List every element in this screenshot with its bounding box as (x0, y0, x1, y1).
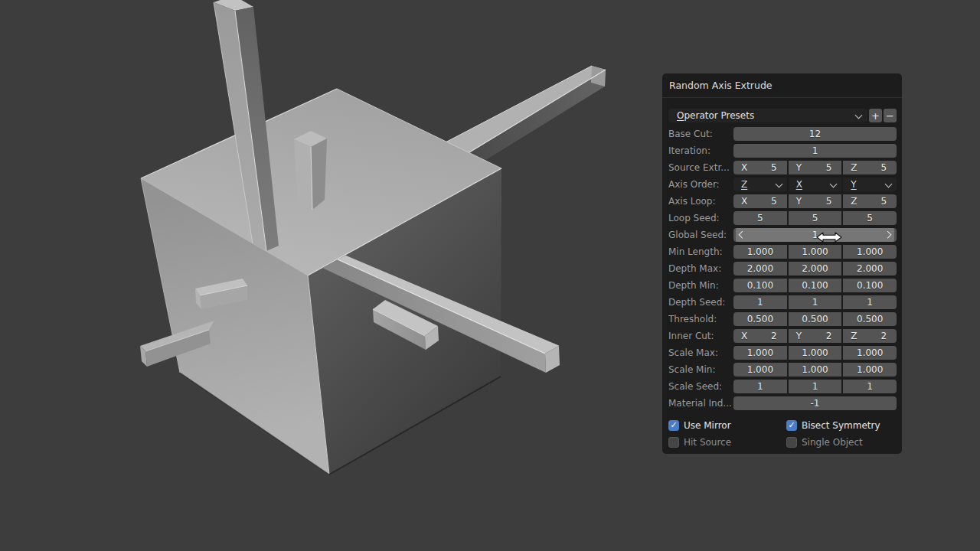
axis_order-dropdown-1[interactable]: X (789, 178, 842, 191)
dropdown-value: Y (851, 179, 856, 190)
param-row-iteration: Iteration:1 (668, 142, 897, 159)
param-row-depth_seed: Depth Seed:111 (668, 294, 897, 311)
remove-preset-button[interactable]: − (884, 109, 897, 122)
min_length-field-1[interactable]: 1.000 (789, 245, 842, 259)
scale_max-field-0[interactable]: 1.000 (733, 346, 787, 360)
checkbox-use_mirror[interactable]: ✓Use Mirror (668, 420, 786, 431)
single_object-checkbox[interactable] (786, 437, 797, 448)
param-row-depth_min: Depth Min:0.1000.1000.100 (668, 277, 897, 294)
param-row-scale_seed: Scale Seed:111 (668, 378, 897, 395)
param-row-source_extrude: Source Extr...X5Y5Z5 (668, 159, 897, 176)
hit_source-checkbox[interactable] (668, 437, 679, 448)
base_cut-field[interactable]: 12 (733, 127, 897, 141)
axis-value: 2 (880, 331, 887, 341)
param-label: Loop Seed: (668, 213, 733, 223)
depth_max-field-2[interactable]: 2.000 (843, 262, 897, 276)
axis-value: 5 (826, 196, 832, 207)
scale_seed-field-1[interactable]: 1 (789, 380, 842, 393)
axis-letter: Z (851, 331, 857, 341)
depth_min-field-0[interactable]: 0.100 (733, 279, 787, 292)
chevron-down-icon (855, 111, 863, 119)
param-row-threshold: Threshold:0.5000.5000.500 (668, 311, 897, 328)
depth_max-field-0[interactable]: 2.000 (733, 262, 787, 276)
min_length-field-0[interactable]: 1.000 (733, 245, 787, 259)
check-icon: ✓ (788, 421, 795, 429)
global_seed-slider[interactable]: 1 (733, 228, 897, 242)
axis-value: 2 (826, 331, 832, 341)
scale_min-field-2[interactable]: 1.000 (843, 363, 897, 377)
scale_min-field-0[interactable]: 1.000 (733, 363, 787, 377)
checkbox-hit_source[interactable]: Hit Source (668, 437, 786, 448)
loop_seed-field-2[interactable]: 5 (843, 211, 897, 225)
checkbox-label: Hit Source (684, 437, 731, 448)
loop_seed-field-1[interactable]: 5 (789, 211, 842, 225)
checkbox-label: Single Object (802, 437, 863, 448)
axis-value: 5 (771, 162, 777, 173)
axis_loop-z-field[interactable]: Z5 (843, 194, 897, 208)
axis_order-dropdown-0[interactable]: Z (733, 178, 787, 191)
checkbox-single_object[interactable]: Single Object (786, 437, 897, 448)
depth_seed-field-1[interactable]: 1 (789, 295, 842, 309)
axis-value: 5 (880, 196, 887, 207)
scale_min-field-1[interactable]: 1.000 (789, 363, 842, 377)
inner_cut-z-field[interactable]: Z2 (843, 329, 897, 343)
iteration-field[interactable]: 1 (733, 144, 897, 158)
param-row-global_seed: Global Seed:1 (668, 227, 897, 243)
depth_min-field-2[interactable]: 0.100 (843, 279, 897, 292)
param-row-scale_min: Scale Min:1.0001.0001.000 (668, 361, 897, 378)
param-row-depth_max: Depth Max:2.0002.0002.000 (668, 260, 897, 277)
param-label: Axis Loop: (668, 196, 733, 207)
param-label: Iteration: (668, 145, 733, 156)
option-checkboxes: ✓Use Mirror✓Bisect SymmetryHit SourceSin… (668, 417, 897, 451)
param-label: Source Extr... (668, 162, 733, 173)
source_extrude-z-field[interactable]: Z5 (843, 161, 897, 174)
source_extrude-x-field[interactable]: X5 (733, 161, 787, 174)
threshold-field-2[interactable]: 0.500 (843, 312, 897, 326)
loop_seed-field-0[interactable]: 5 (733, 211, 787, 225)
dropdown-value: X (796, 179, 802, 190)
add-preset-button[interactable]: + (869, 109, 882, 122)
depth_seed-field-0[interactable]: 1 (733, 295, 787, 309)
bisect_symmetry-checkbox[interactable]: ✓ (786, 420, 797, 431)
param-row-axis_loop: Axis Loop:X5Y5Z5 (668, 193, 897, 210)
depth_max-field-1[interactable]: 2.000 (789, 262, 842, 276)
inner_cut-y-field[interactable]: Y2 (789, 329, 842, 343)
inner_cut-x-field[interactable]: X2 (733, 329, 787, 343)
scale_seed-field-0[interactable]: 1 (733, 380, 787, 393)
axis-letter: Y (796, 162, 802, 173)
use_mirror-checkbox[interactable]: ✓ (668, 420, 679, 431)
separator (662, 97, 902, 98)
param-row-min_length: Min Length:1.0001.0001.000 (668, 243, 897, 260)
param-label: Scale Max: (668, 347, 733, 358)
param-row-loop_seed: Loop Seed:555 (668, 210, 897, 227)
threshold-field-0[interactable]: 0.500 (733, 312, 787, 326)
param-row-base_cut: Base Cut:12 (668, 126, 897, 142)
operator-presets-dropdown[interactable]: Operator Presets (668, 109, 867, 122)
chevron-down-icon (830, 180, 838, 187)
min_length-field-2[interactable]: 1.000 (843, 245, 897, 259)
axis_loop-y-field[interactable]: Y5 (789, 194, 842, 208)
panel-title: Random Axis Extrude (669, 80, 773, 91)
threshold-field-1[interactable]: 0.500 (789, 312, 842, 326)
axis_loop-x-field[interactable]: X5 (733, 194, 787, 208)
scale_max-field-2[interactable]: 1.000 (843, 346, 897, 360)
param-label: Depth Seed: (668, 297, 733, 308)
param-label: Global Seed: (668, 230, 733, 240)
scale_max-field-1[interactable]: 1.000 (789, 346, 842, 360)
depth_seed-field-2[interactable]: 1 (843, 295, 897, 309)
mouse-cursor-ew-resize-icon (816, 230, 842, 244)
adjust-last-operation-panel: Random Axis Extrude Operator Presets + −… (662, 73, 902, 454)
scale_seed-field-2[interactable]: 1 (843, 380, 897, 393)
source_extrude-y-field[interactable]: Y5 (789, 161, 842, 174)
axis-value: 5 (826, 162, 832, 173)
material_index-field[interactable]: -1 (733, 396, 897, 410)
param-label: Threshold: (668, 314, 733, 324)
check-icon: ✓ (670, 421, 677, 429)
blender-window: Random Axis Extrude Operator Presets + −… (0, 0, 980, 551)
param-label: Min Length: (668, 246, 733, 257)
depth_min-field-1[interactable]: 0.100 (789, 279, 842, 292)
param-label: Scale Min: (668, 364, 733, 375)
checkbox-bisect_symmetry[interactable]: ✓Bisect Symmetry (786, 420, 897, 431)
axis_order-dropdown-2[interactable]: Y (843, 178, 897, 191)
param-label: Depth Max: (668, 263, 733, 274)
